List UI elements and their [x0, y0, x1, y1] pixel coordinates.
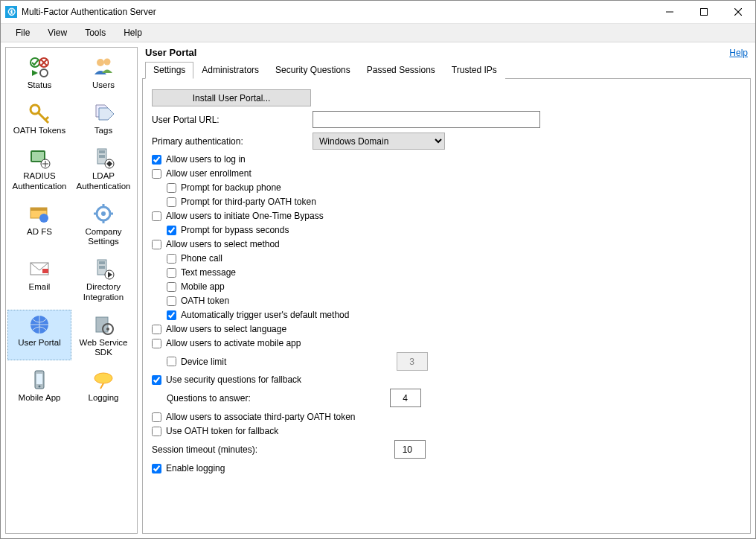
- minimize-button[interactable]: [653, 1, 687, 23]
- sdk-icon: [92, 313, 115, 337]
- svg-marker-8: [32, 70, 38, 76]
- allow-bypass-checkbox[interactable]: [152, 211, 161, 221]
- allow-select-language-label: Allow users to select language: [166, 324, 286, 334]
- help-link[interactable]: Help: [729, 48, 748, 58]
- menu-view[interactable]: View: [40, 26, 74, 39]
- prompt-third-party-oath-checkbox[interactable]: [167, 197, 176, 207]
- sidebar-item-label: OATH Tokens: [13, 126, 66, 135]
- body: Status Users OATH Tokens: [1, 42, 755, 538]
- window-controls: [653, 1, 755, 23]
- allow-enrollment-checkbox[interactable]: [152, 169, 161, 179]
- sidebar-item-logging[interactable]: Logging: [71, 365, 135, 406]
- svg-point-11: [104, 59, 111, 66]
- prompt-bypass-seconds-checkbox[interactable]: [167, 226, 176, 235]
- allow-associate-oath-label: Allow users to associate third-party OAT…: [166, 412, 356, 422]
- device-limit-checkbox[interactable]: [167, 357, 176, 366]
- users-icon: [92, 55, 115, 79]
- primary-auth-select[interactable]: Windows Domain: [313, 133, 445, 150]
- sidebar-item-directory-integration[interactable]: Directory Integration: [71, 254, 135, 304]
- titlebar: 🛈 Multi-Factor Authentication Server: [1, 1, 755, 24]
- sidebar-item-email[interactable]: Email: [7, 254, 71, 304]
- use-oath-fallback-checkbox[interactable]: [152, 427, 161, 436]
- mobile-app-label: Mobile app: [181, 281, 225, 292]
- sidebar-item-mobile-app[interactable]: Mobile App: [7, 365, 71, 406]
- user-portal-url-input[interactable]: [313, 111, 540, 128]
- menu-tools[interactable]: Tools: [77, 26, 113, 39]
- enable-logging-label: Enable logging: [166, 463, 225, 473]
- allow-select-language-checkbox[interactable]: [152, 325, 161, 334]
- primary-auth-label: Primary authentication:: [152, 136, 313, 147]
- questions-to-answer-input[interactable]: [390, 389, 421, 407]
- auto-trigger-checkbox[interactable]: [167, 310, 176, 320]
- allow-login-checkbox[interactable]: [152, 155, 161, 165]
- close-button[interactable]: [721, 1, 755, 23]
- settings-panel: Install User Portal... User Portal URL: …: [142, 79, 751, 534]
- sidebar-item-label: AD FS: [27, 227, 52, 237]
- text-message-checkbox[interactable]: [167, 268, 176, 278]
- session-timeout-input[interactable]: [394, 440, 426, 459]
- app-window: 🛈 Multi-Factor Authentication Server Fil…: [0, 0, 756, 539]
- sidebar-item-adfs[interactable]: AD FS: [7, 199, 71, 249]
- use-security-questions-checkbox[interactable]: [152, 375, 161, 385]
- allow-bypass-label: Allow users to initiate One-Time Bypass: [166, 211, 324, 221]
- session-timeout-label: Session timeout (minutes):: [152, 444, 394, 455]
- sidebar-item-label: Mobile App: [19, 393, 61, 403]
- main-panel: User Portal Help Settings Administrators…: [142, 47, 751, 534]
- oath-token-checkbox[interactable]: [167, 296, 176, 306]
- allow-select-method-checkbox[interactable]: [152, 240, 161, 249]
- globe-icon: [28, 313, 51, 337]
- svg-rect-36: [99, 266, 105, 269]
- page-title: User Portal: [145, 47, 729, 58]
- sidebar-item-radius[interactable]: RADIUS Authentication: [7, 143, 71, 194]
- svg-rect-35: [99, 261, 105, 264]
- sidebar-item-tags[interactable]: Tags: [71, 98, 135, 138]
- sidebar-item-status[interactable]: Status: [7, 52, 71, 93]
- sidebar-item-user-portal[interactable]: User Portal: [7, 310, 71, 360]
- status-icon: [28, 55, 51, 79]
- allow-enrollment-label: Allow user enrollment: [166, 168, 252, 179]
- sidebar-item-label: Web Service SDK: [74, 338, 133, 357]
- maximize-button[interactable]: [687, 1, 721, 23]
- svg-point-46: [94, 373, 112, 383]
- sidebar-item-oath-tokens[interactable]: OATH Tokens: [7, 98, 71, 138]
- svg-rect-16: [32, 152, 44, 161]
- svg-rect-1: [701, 9, 708, 16]
- sidebar-item-label: Logging: [89, 393, 119, 403]
- allow-activate-mobile-checkbox[interactable]: [152, 339, 161, 348]
- prompt-bypass-seconds-label: Prompt for bypass seconds: [181, 225, 289, 235]
- directory-icon: [92, 257, 115, 281]
- auto-trigger-label: Automatically trigger user's default met…: [181, 310, 349, 320]
- menu-help[interactable]: Help: [116, 26, 150, 39]
- device-limit-input[interactable]: [397, 352, 428, 371]
- prompt-backup-phone-checkbox[interactable]: [167, 183, 176, 193]
- svg-point-10: [97, 59, 104, 66]
- mobile-app-checkbox[interactable]: [167, 282, 176, 292]
- tab-trusted-ips[interactable]: Trusted IPs: [443, 62, 505, 79]
- install-user-portal-button[interactable]: Install User Portal...: [152, 89, 311, 106]
- sidebar-item-label: Users: [92, 80, 115, 90]
- app-icon: 🛈: [5, 6, 17, 18]
- tab-administrators[interactable]: Administrators: [193, 62, 267, 79]
- menu-file[interactable]: File: [8, 26, 37, 39]
- phone-call-checkbox[interactable]: [167, 254, 176, 264]
- tags-icon: [92, 101, 115, 124]
- sidebar-item-web-service-sdk[interactable]: Web Service SDK: [71, 310, 135, 360]
- sidebar-item-users[interactable]: Users: [71, 52, 135, 93]
- allow-associate-oath-checkbox[interactable]: [152, 412, 161, 422]
- enable-logging-checkbox[interactable]: [152, 464, 161, 473]
- tab-passed-sessions[interactable]: Passed Sessions: [359, 62, 443, 79]
- sidebar-item-ldap[interactable]: LDAP Authentication: [71, 143, 135, 194]
- svg-rect-33: [42, 269, 48, 273]
- sidebar-item-label: Directory Integration: [74, 282, 133, 302]
- svg-point-27: [101, 211, 106, 216]
- sidebar-item-label: LDAP Authentication: [74, 171, 133, 191]
- tab-security-questions[interactable]: Security Questions: [267, 62, 359, 79]
- sidebar-item-company-settings[interactable]: Company Settings: [71, 199, 135, 249]
- gear-icon: [92, 202, 115, 226]
- allow-select-method-label: Allow users to select method: [166, 239, 280, 249]
- tab-settings[interactable]: Settings: [145, 62, 193, 79]
- device-limit-label: Device limit: [181, 357, 397, 367]
- svg-point-25: [39, 214, 48, 223]
- use-oath-fallback-label: Use OATH token for fallback: [166, 426, 278, 436]
- text-message-label: Text message: [181, 267, 236, 278]
